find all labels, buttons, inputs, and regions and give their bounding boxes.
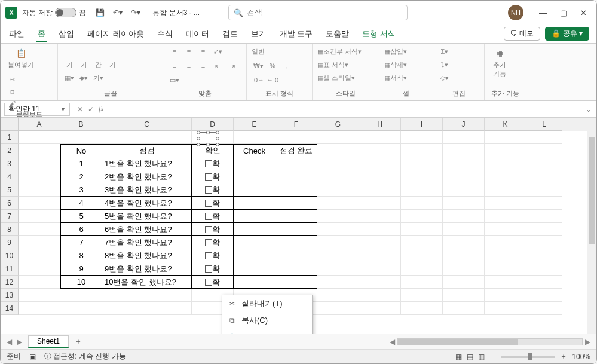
cell[interactable]	[19, 249, 60, 262]
cell[interactable]	[317, 197, 359, 210]
row-header[interactable]: 3	[1, 157, 19, 170]
cell[interactable]	[359, 236, 401, 249]
cancel-formula-icon[interactable]: ✕	[77, 105, 83, 114]
orientation-icon[interactable]: ⤢▾	[211, 46, 224, 57]
view-normal-icon[interactable]: ▦	[455, 353, 462, 361]
cell[interactable]	[275, 236, 317, 249]
cell[interactable]	[443, 302, 485, 315]
cell[interactable]	[485, 144, 526, 157]
cell[interactable]	[485, 289, 526, 302]
fill-icon[interactable]: ⤵▾	[438, 59, 451, 70]
table-format-button[interactable]: ▦ 표 서식▾	[317, 59, 377, 70]
cell[interactable]	[485, 276, 526, 289]
cell[interactable]	[443, 210, 485, 223]
cell[interactable]	[485, 302, 526, 315]
cell[interactable]: Check	[234, 144, 275, 157]
cell[interactable]	[359, 131, 401, 144]
cell[interactable]	[401, 131, 443, 144]
cell[interactable]	[359, 249, 401, 262]
cell[interactable]: 5	[60, 210, 102, 223]
hscroll-thumb[interactable]	[398, 339, 518, 345]
col-header-J[interactable]: J	[443, 118, 485, 131]
cell[interactable]: 5번을 확인 했나요?	[102, 210, 192, 223]
accessibility-status[interactable]: ⓘ 접근성: 계속 진행 가능	[44, 351, 126, 362]
checkbox-control[interactable]	[205, 160, 212, 167]
cell[interactable]	[275, 223, 317, 236]
format-cells-button[interactable]: ▦ 서식▾	[384, 72, 432, 83]
cell[interactable]	[359, 289, 401, 302]
cell[interactable]	[485, 262, 526, 276]
cell[interactable]	[443, 276, 485, 289]
align-center-icon[interactable]: ≡	[182, 60, 195, 71]
ctx-copy[interactable]: ⧉복사(C)	[222, 312, 312, 329]
tab-insert[interactable]: 삽입	[57, 26, 75, 42]
cell[interactable]: 7번을 확인 했나요?	[102, 236, 192, 249]
cond-format-button[interactable]: ▦ 조건부 서식▾	[317, 46, 377, 57]
tab-home[interactable]: 홈	[36, 26, 47, 42]
cell[interactable]	[317, 236, 359, 249]
cell[interactable]	[359, 302, 401, 315]
cell[interactable]	[19, 289, 60, 302]
underline-button[interactable]: 간	[91, 59, 105, 70]
cell[interactable]	[526, 236, 562, 249]
hscroll-right-icon[interactable]: ▶	[585, 338, 590, 346]
cell[interactable]	[526, 197, 562, 210]
redo-icon[interactable]: ↷▾	[131, 8, 140, 17]
cell[interactable]	[443, 262, 485, 276]
cell[interactable]: 확	[192, 276, 234, 289]
cut-icon[interactable]: ✂	[5, 74, 19, 85]
cell[interactable]	[275, 131, 317, 144]
checkbox-control[interactable]	[205, 213, 212, 220]
tab-formula[interactable]: 수식	[156, 26, 174, 42]
col-header-L[interactable]: L	[526, 118, 562, 131]
tab-view[interactable]: 보기	[250, 26, 268, 42]
row-header[interactable]: 4	[1, 170, 19, 183]
autosum-icon[interactable]: Σ▾	[438, 46, 451, 57]
tab-file[interactable]: 파일	[8, 26, 26, 42]
cell[interactable]	[485, 170, 526, 183]
cell[interactable]	[19, 157, 60, 170]
cell[interactable]	[275, 157, 317, 170]
cell[interactable]	[443, 144, 485, 157]
row-header[interactable]: 11	[1, 262, 19, 276]
cell[interactable]	[234, 157, 275, 170]
cell[interactable]	[401, 223, 443, 236]
copy-icon[interactable]: ⧉	[5, 86, 19, 97]
cell[interactable]: 8	[60, 249, 102, 262]
indent-dec-icon[interactable]: ⇤	[211, 60, 224, 71]
cell[interactable]	[317, 223, 359, 236]
cell[interactable]	[19, 144, 60, 157]
cell[interactable]	[485, 197, 526, 210]
cell[interactable]	[317, 170, 359, 183]
col-header-K[interactable]: K	[485, 118, 526, 131]
cell[interactable]	[485, 236, 526, 249]
cell[interactable]	[275, 276, 317, 289]
row-header[interactable]: 12	[1, 276, 19, 289]
row-header[interactable]: 6	[1, 197, 19, 210]
close-icon[interactable]: ✕	[580, 8, 587, 17]
cell[interactable]	[19, 210, 60, 223]
cell[interactable]	[317, 144, 359, 157]
row-header[interactable]: 1	[1, 131, 19, 144]
sheet-nav-prev-icon[interactable]: ◀	[7, 338, 12, 346]
cell[interactable]	[443, 236, 485, 249]
align-top-icon[interactable]: ≡	[168, 46, 181, 57]
col-header-D[interactable]: D	[192, 118, 234, 131]
enter-formula-icon[interactable]: ✓	[88, 105, 94, 114]
view-break-icon[interactable]: ▥	[478, 353, 485, 361]
checkbox-control[interactable]	[205, 252, 212, 259]
cell[interactable]: 확	[192, 197, 234, 210]
font-color-button[interactable]: 가▾	[91, 72, 105, 83]
align-left-icon[interactable]: ≡	[168, 60, 181, 71]
cell[interactable]	[234, 210, 275, 223]
cell[interactable]: 4	[60, 197, 102, 210]
bold-button[interactable]: 가	[63, 59, 76, 70]
cell[interactable]	[485, 210, 526, 223]
cell[interactable]: 확	[192, 157, 234, 170]
cell[interactable]	[401, 183, 443, 197]
cell[interactable]: 확	[192, 223, 234, 236]
cell[interactable]	[317, 249, 359, 262]
cell[interactable]	[526, 289, 562, 302]
cell[interactable]	[485, 183, 526, 197]
tab-data[interactable]: 데이터	[185, 26, 210, 42]
